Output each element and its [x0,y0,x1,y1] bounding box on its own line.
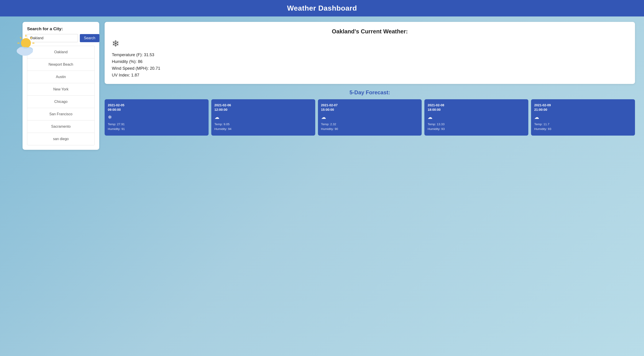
forecast-weather-icon: ☁ [534,114,632,120]
forecast-date: 2021-02-06 12:00:00 [214,103,312,112]
forecast-card: 2021-02-09 21:00:00☁Temp: 11.7Humidity: … [531,99,635,136]
right-panel: Oakland's Current Weather: ❄ Temperature… [105,22,635,136]
forecast-humidity: Humidity: 94 [214,127,312,131]
forecast-date: 2021-02-07 15:00:00 [321,103,419,112]
svg-line-7 [31,38,32,38]
forecast-date: 2021-02-08 18:00:00 [428,103,525,112]
weather-stats: Temperature (F): 31.53Humidity (%): 86Wi… [112,52,628,78]
main-content: Search for a City: Search OaklandNewport… [0,17,644,155]
city-item[interactable]: Chicago [27,95,95,108]
weather-stat: UV Index: 1.87 [112,73,628,78]
forecast-card: 2021-02-05 09:00:00❄Temp: 27.91Humidity:… [105,99,208,136]
forecast-temp: Temp: 9.05 [214,123,312,126]
forecast-weather-icon: ☁ [428,114,525,120]
svg-line-5 [20,38,21,38]
city-item[interactable]: Austin [27,71,95,83]
forecast-humidity: Humidity: 91 [108,127,206,131]
forecast-card: 2021-02-07 15:00:00☁Temp: 2.32Humidity: … [318,99,422,136]
weather-stat: Temperature (F): 31.53 [112,52,628,57]
forecast-date: 2021-02-05 09:00:00 [108,103,206,112]
weather-stat: Wind Speed (MPH): 20.71 [112,66,628,71]
forecast-date: 2021-02-09 21:00:00 [534,103,632,112]
svg-point-0 [21,38,31,48]
forecast-weather-icon: ☁ [214,114,312,120]
forecast-temp: Temp: 27.91 [108,123,206,126]
sun-cloud-decoration [14,35,40,57]
forecast-card: 2021-02-08 18:00:00☁Temp: 13.33Humidity:… [424,99,528,136]
svg-point-14 [25,48,33,54]
forecast-weather-icon: ☁ [321,114,419,120]
city-item[interactable]: New York [27,83,95,95]
city-list: OaklandNewport BeachAustinNew YorkChicag… [27,46,95,145]
forecast-humidity: Humidity: 93 [428,127,525,131]
city-item[interactable]: Sacramento [27,120,95,133]
forecast-card: 2021-02-06 12:00:00☁Temp: 9.05Humidity: … [211,99,315,136]
forecast-temp: Temp: 13.33 [428,123,525,126]
forecast-section: 5-Day Forecast: 2021-02-05 09:00:00❄Temp… [105,89,635,136]
svg-point-13 [17,48,26,54]
weather-stat: Humidity (%): 86 [112,59,628,64]
current-weather-title: Oakland's Current Weather: [112,28,628,35]
city-item[interactable]: San Francisco [27,108,95,120]
app-title: Weather Dashboard [0,4,644,13]
search-label: Search for a City: [27,27,95,31]
forecast-title: 5-Day Forecast: [105,89,635,96]
current-weather-card: Oakland's Current Weather: ❄ Temperature… [105,22,635,84]
current-weather-icon: ❄ [112,38,628,49]
forecast-weather-icon: ❄ [108,114,206,120]
forecast-humidity: Humidity: 90 [321,127,419,131]
search-button[interactable]: Search [80,34,100,42]
forecast-temp: Temp: 11.7 [534,123,632,126]
city-item[interactable]: Newport Beach [27,58,95,71]
forecast-cards: 2021-02-05 09:00:00❄Temp: 27.91Humidity:… [105,99,635,136]
app-header: Weather Dashboard [0,0,644,17]
forecast-temp: Temp: 2.32 [321,123,419,126]
forecast-humidity: Humidity: 93 [534,127,632,131]
city-item[interactable]: san diego [27,133,95,145]
